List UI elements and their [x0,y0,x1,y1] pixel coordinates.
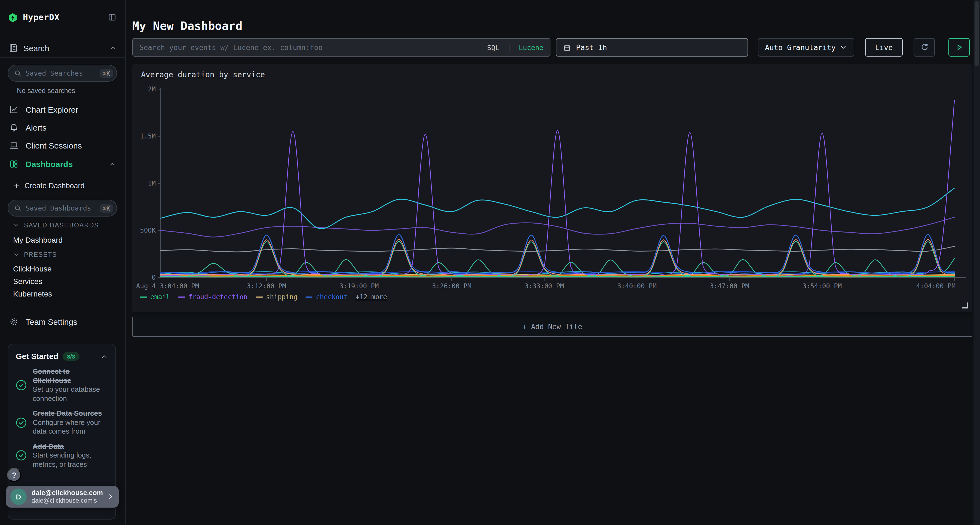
saved-dashboards-input[interactable]: Saved Dashboards ⌘K [8,200,117,217]
step-description: Configure where your data comes from [33,418,105,436]
search-section-label: Search [24,43,104,52]
saved-searches-input[interactable]: Saved Searches ⌘K [8,65,117,82]
legend-more-link[interactable]: +12 more [356,293,387,301]
get-started-step-data-sources[interactable]: Create Data Sources Configure where your… [16,409,108,436]
gear-icon [9,317,19,326]
search-icon [14,204,22,212]
svg-text:1.5M: 1.5M [140,132,156,140]
dashboard-tile-average-duration[interactable]: Average duration by service 0500K1M1.5M2… [132,64,972,312]
svg-text:3:54:00 PM: 3:54:00 PM [802,282,842,290]
sidebar-item-alerts[interactable]: Alerts [0,119,125,135]
help-question-mark: ? [12,471,16,479]
avatar: D [10,489,27,505]
logo-row: HyperDX [0,9,125,26]
hyperdx-app: HyperDX Search Saved Searches ⌘K No save… [0,0,980,525]
legend-swatch [306,297,313,298]
add-new-tile-label: + Add New Tile [522,323,582,331]
refresh-icon [920,43,929,52]
page-scrollbar[interactable] [973,0,980,525]
sidebar-collapse-button[interactable] [107,12,118,23]
no-saved-searches-text: No saved searches [17,87,75,95]
calendar-icon [563,43,571,51]
svg-text:3:26:00 PM: 3:26:00 PM [432,282,471,290]
chart-explorer-icon [9,105,19,114]
help-button[interactable]: ? [7,468,21,482]
sidebar-item-team-settings[interactable]: Team Settings [0,313,125,330]
live-button[interactable]: Live [865,38,903,57]
sidebar-item-services[interactable]: Services [0,275,125,288]
legend-label: shipping [266,293,298,301]
hyperdx-logo-icon [8,12,18,22]
sidebar-item-dashboards[interactable]: Dashboards [0,155,125,172]
legend-label: email [150,293,170,301]
preset-link-label: Services [13,277,42,285]
create-dashboard-button[interactable]: Create Dashboard [0,179,125,192]
refresh-button[interactable] [913,38,935,57]
saved-dashboards-group-header[interactable]: SAVED DASHBOARDS [0,220,125,231]
presets-group-header[interactable]: PRESETS [0,249,125,260]
sidebar-item-kubernetes[interactable]: Kubernetes [0,287,125,300]
laptop-icon [9,141,19,150]
saved-dashboards-placeholder: Saved Dashboards [25,204,96,212]
user-account-chip[interactable]: D dale@clickhouse.com dale@clickhouse.co… [6,486,119,508]
run-query-button[interactable] [948,38,970,57]
chevron-up-icon [110,44,116,51]
scrollbar-thumb[interactable] [975,1,979,67]
chevron-up-icon[interactable] [101,353,108,360]
shortcut-badge: ⌘K [100,204,113,213]
chart-legend: email fraud-detection shipping checkout … [140,293,387,301]
shortcut-badge: ⌘K [100,69,113,78]
legend-item-fraud-detection[interactable]: fraud-detection [178,293,247,301]
nav-label: Alerts [25,123,116,132]
language-toggle-divider: | [507,43,511,51]
get-started-progress-badge: 3/3 [63,352,79,361]
chevron-down-icon [13,251,20,258]
svg-text:4:04:00 PM: 4:04:00 PM [916,282,956,290]
tile-resize-handle[interactable] [962,303,968,308]
series-line-unnamed-mint [161,241,955,277]
time-range-value: Past 1h [576,43,607,52]
svg-text:3:12:00 PM: 3:12:00 PM [247,282,286,290]
step-description: Start sending logs, metrics, or traces [33,451,105,469]
legend-swatch [178,297,185,298]
sidebar-item-clickhouse[interactable]: ClickHouse [0,262,125,275]
chevron-right-icon [107,493,115,501]
create-dashboard-label: Create Dashboard [24,181,85,190]
legend-item-shipping[interactable]: shipping [256,293,298,301]
page-title: My New Dashboard [132,20,243,33]
event-search-input[interactable]: Search your events w/ Lucene ex. column:… [132,38,550,57]
team-settings-label: Team Settings [25,317,116,326]
sidebar: HyperDX Search Saved Searches ⌘K No save… [0,0,126,525]
legend-swatch [140,297,147,298]
nav-label: Chart Explorer [25,105,116,114]
chart-title: Average duration by service [141,70,265,79]
duration-line-chart: 0500K1M1.5M2M3:12:00 PM3:19:00 PM3:26:00… [132,81,972,292]
check-circle-icon [16,380,27,391]
sidebar-item-chart-explorer[interactable]: Chart Explorer [0,101,125,117]
granularity-value: Auto Granularity [765,43,836,52]
main-content: My New Dashboard Search your events w/ L… [125,0,974,525]
nav-label: Client Sessions [25,141,116,150]
language-toggle-sql[interactable]: SQL [487,43,499,51]
legend-label: checkout [316,293,348,301]
get-started-step-add-data[interactable]: Add Data Start sending logs, metrics, or… [16,442,108,469]
language-toggle-lucene[interactable]: Lucene [519,43,543,51]
bell-icon [9,123,19,132]
dashboards-grid-icon [9,159,19,168]
granularity-select[interactable]: Auto Granularity [758,38,854,57]
add-new-tile-button[interactable]: + Add New Tile [132,317,972,337]
get-started-title: Get Started [16,352,58,361]
collapse-sidebar-icon [108,13,116,22]
chevron-up-icon [109,160,116,167]
time-range-picker[interactable]: Past 1h [556,38,748,57]
legend-item-checkout[interactable]: checkout [306,293,348,301]
live-label: Live [875,43,892,52]
sidebar-item-search[interactable]: Search [0,40,125,56]
search-section-icon [9,43,18,52]
get-started-step-connect[interactable]: Connect to ClickHouse Set up your databa… [16,367,108,403]
sidebar-item-my-dashboard[interactable]: My Dashboard [0,233,125,246]
search-icon [14,69,22,77]
sidebar-item-client-sessions[interactable]: Client Sessions [0,137,125,154]
svg-text:0: 0 [152,274,156,281]
legend-item-email[interactable]: email [140,293,170,301]
